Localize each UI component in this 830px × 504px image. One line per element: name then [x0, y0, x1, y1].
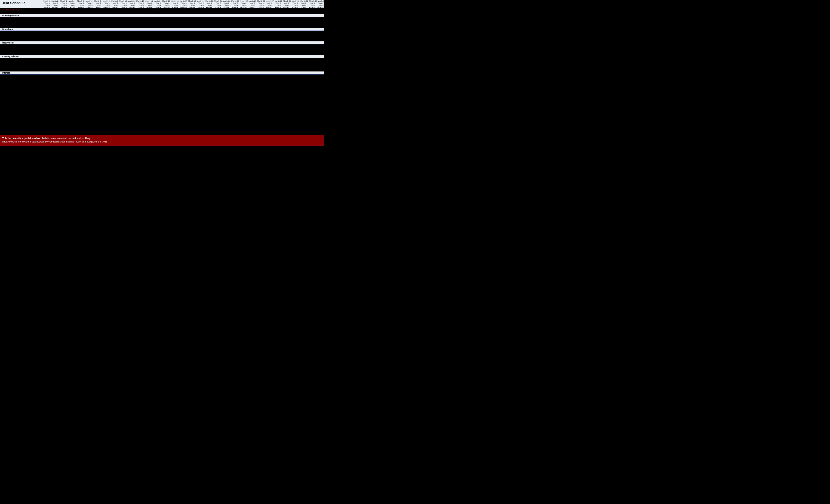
col-yr-10: 2023: [127, 4, 136, 6]
col-month-20: Month 21: [214, 0, 222, 2]
col-monthyear-32: Sep-25: [315, 6, 324, 8]
col-monthyear-25: Feb-25: [255, 6, 264, 8]
col-yr-12: 2024: [144, 4, 153, 6]
col-yr-13: 2024: [153, 4, 161, 6]
col-yr-32: 2025: [315, 4, 324, 6]
col-monthyear-21: Oct-24: [221, 6, 230, 8]
gap: [0, 11, 324, 14]
col-month-21: Month 22: [222, 0, 231, 2]
col-year-5: Year 1: [85, 2, 93, 4]
col-yr-1: 2023: [50, 4, 59, 6]
col-month-32: Month 33: [317, 0, 324, 2]
col-month-10: Month 11: [127, 0, 136, 2]
col-year-28: Year 3: [281, 2, 290, 4]
page-root: Debt Schedule Month 1Month 2Month 3Month…: [0, 0, 324, 197]
col-monthyear-10: Nov-23: [127, 6, 136, 8]
col-monthyear-28: May-25: [281, 6, 290, 8]
col-yr-22: 2024: [230, 4, 238, 6]
col-year-22: Year 2: [230, 2, 238, 4]
col-year-16: Year 2: [179, 2, 187, 4]
col-month-11: Month 12: [136, 0, 145, 2]
col-year-25: Year 3: [255, 2, 264, 4]
col-year-6: Year 1: [93, 2, 101, 4]
col-monthyear-19: Aug-24: [204, 6, 213, 8]
footer-rest: Full document download can be found on F…: [42, 137, 91, 140]
col-month-9: Month 10: [119, 0, 127, 2]
col-yr-9: 2023: [119, 4, 127, 6]
col-year-8: Year 1: [110, 2, 119, 4]
col-year-3: Year 1: [67, 2, 76, 4]
bottom-fill: [0, 146, 324, 197]
col-monthyear-27: Apr-25: [273, 6, 281, 8]
col-monthyear-30: Jul-25: [298, 6, 307, 8]
col-year-9: Year 1: [119, 2, 127, 4]
col-month-17: Month 18: [188, 0, 196, 2]
col-monthyear-8: Sep-23: [110, 6, 119, 8]
gap: [0, 68, 324, 71]
col-monthyear-9: Oct-23: [119, 6, 127, 8]
col-monthyear-23: Dec-24: [238, 6, 247, 8]
col-month-1: Month 2: [50, 0, 59, 2]
col-month-8: Month 9: [110, 0, 119, 2]
col-month-23: Month 24: [240, 0, 248, 2]
col-month-30: Month 31: [300, 0, 309, 2]
col-month-5: Month 6: [85, 0, 93, 2]
col-month-18: Month 19: [196, 0, 205, 2]
col-yr-14: 2024: [161, 4, 170, 6]
col-month-31: Month 32: [309, 0, 317, 2]
gap-large: [0, 74, 324, 135]
col-year-23: Year 2: [238, 2, 247, 4]
footer-link[interactable]: https://flevy.com/browse/marketplace/sel…: [2, 140, 107, 143]
col-monthyear-5: Jun-23: [85, 6, 93, 8]
col-yr-19: 2024: [204, 4, 213, 6]
col-year-29: Year 3: [290, 2, 298, 4]
col-monthyear-14: Mar-24: [161, 6, 170, 8]
col-monthyear-13: Feb-24: [153, 6, 161, 8]
col-monthyear-4: May-23: [76, 6, 85, 8]
col-monthyear-22: Nov-24: [230, 6, 238, 8]
section-body-closing: [0, 58, 324, 68]
col-month-25: Month 26: [257, 0, 265, 2]
col-month-27: Month 28: [274, 0, 283, 2]
section-body-opening: [0, 17, 324, 28]
col-year-1: Year 1: [50, 2, 59, 4]
footer-bold: This document is a partial preview.: [2, 137, 41, 140]
col-yr-15: 2024: [170, 4, 179, 6]
col-monthyear-29: Jun-25: [290, 6, 298, 8]
col-month-12: Month 13: [145, 0, 153, 2]
col-month-19: Month 20: [205, 0, 214, 2]
col-yr-17: 2024: [187, 4, 196, 6]
col-monthyear-20: Sep-24: [213, 6, 221, 8]
col-monthyear-31: Aug-25: [307, 6, 315, 8]
col-month-7: Month 8: [101, 0, 110, 2]
col-year-11: Year 1: [136, 2, 144, 4]
col-monthyear-12: Jan-24: [144, 6, 153, 8]
footer-notice: This document is a partial preview. Full…: [0, 135, 324, 146]
col-monthyear-1: Feb-23: [50, 6, 59, 8]
col-yr-16: 2024: [179, 4, 187, 6]
col-month-28: Month 29: [283, 0, 291, 2]
col-yr-25: 2025: [255, 4, 264, 6]
col-yr-11: 2023: [136, 4, 144, 6]
col-year-27: Year 3: [273, 2, 281, 4]
col-year-19: Year 2: [204, 2, 213, 4]
col-year-12: Year 2: [144, 2, 153, 4]
col-yr-21: 2024: [221, 4, 230, 6]
col-year-26: Year 3: [264, 2, 273, 4]
col-year-13: Year 2: [153, 2, 161, 4]
col-yr-23: 2024: [238, 4, 247, 6]
col-monthyear-2: Mar-23: [59, 6, 67, 8]
col-yr-28: 2025: [281, 4, 290, 6]
toc-link[interactable]: <<< Table of contents: [0, 8, 324, 11]
col-monthyear-7: Aug-23: [101, 6, 110, 8]
col-monthyear-16: May-24: [179, 6, 187, 8]
col-month-2: Month 3: [59, 0, 67, 2]
col-year-15: Year 2: [170, 2, 179, 4]
col-yr-8: 2023: [110, 4, 119, 6]
col-year-32: Year 3: [315, 2, 324, 4]
col-yr-7: 2023: [101, 4, 110, 6]
section-repayment: Repayment: [0, 41, 324, 44]
header-block: Debt Schedule Month 1Month 2Month 3Month…: [0, 0, 324, 8]
col-monthyear-26: Mar-25: [264, 6, 273, 8]
section-interest: Interest: [0, 71, 324, 74]
